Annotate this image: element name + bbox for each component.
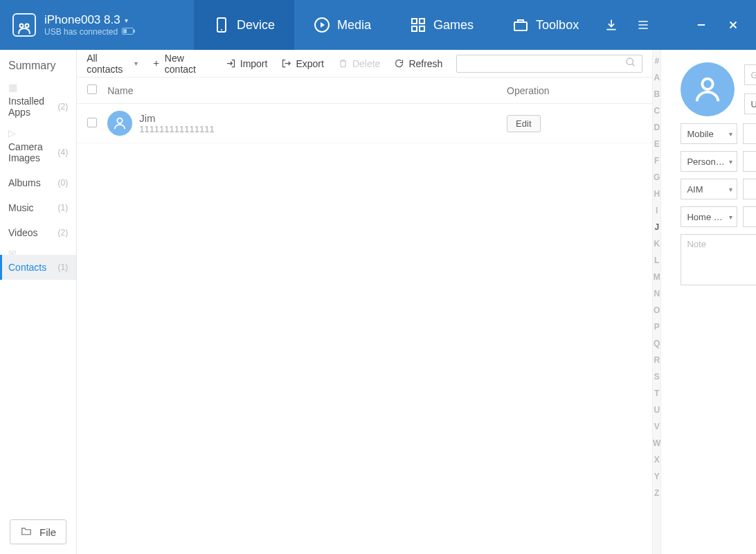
alpha-letter[interactable]: Z <box>653 485 660 501</box>
sidebar-item-music[interactable]: Music(1) <box>0 195 76 220</box>
alpha-letter[interactable]: S <box>653 368 660 385</box>
phone-type-select[interactable]: Mobile▾ <box>681 123 737 144</box>
sidebar-item-contacts[interactable]: Contacts(1) <box>0 255 76 280</box>
search-icon[interactable] <box>625 57 636 70</box>
refresh-button[interactable]: Refresh <box>394 58 442 69</box>
sidebar-summary-label: Summary <box>8 60 55 72</box>
group-select[interactable]: Ungrouped▾ <box>744 93 756 114</box>
alpha-letter[interactable]: G <box>653 169 660 186</box>
alpha-letter[interactable]: F <box>653 152 660 169</box>
tool-label: Delete <box>352 58 380 69</box>
sidebar-item-videos[interactable]: Videos(2) <box>0 220 76 245</box>
address-input[interactable] <box>743 206 756 227</box>
sidebar-item-label: Installed Apps <box>8 96 58 118</box>
alpha-letter[interactable]: Y <box>653 468 660 485</box>
sidebar-item-label: Videos <box>8 227 38 238</box>
app-logo-icon <box>12 13 36 37</box>
nav-media[interactable]: Media <box>294 0 390 50</box>
alpha-letter[interactable]: A <box>653 69 660 86</box>
select-value: Mobile <box>687 129 713 139</box>
select-value: Person… <box>687 157 724 167</box>
nav-media-label: Media <box>337 18 371 33</box>
alpha-letter[interactable]: N <box>653 285 660 302</box>
alpha-letter[interactable]: # <box>653 53 660 69</box>
im-input[interactable] <box>743 179 756 199</box>
alpha-letter[interactable]: O <box>653 302 660 319</box>
chevron-down-icon: ▾ <box>125 17 128 24</box>
sidebar-item-label: Music <box>8 202 34 213</box>
alpha-letter[interactable]: U <box>653 402 660 418</box>
alpha-letter[interactable]: R <box>653 352 660 368</box>
filter-label: All contacts <box>87 53 129 75</box>
download-icon[interactable] <box>602 16 620 34</box>
device-name-dropdown[interactable]: iPhone003 8.3 ▾ <box>44 13 136 27</box>
nav-toolbox-label: Toolbox <box>536 18 579 33</box>
sidebar-count: (2) <box>58 102 69 111</box>
address-type-select[interactable]: Home …▾ <box>681 206 737 227</box>
table-header: Name Operation <box>77 78 652 104</box>
select-all-checkbox[interactable] <box>87 84 97 94</box>
table-row[interactable]: Jim 111111111111111 Edit <box>77 104 652 143</box>
toolbox-icon <box>512 17 529 33</box>
nav-games[interactable]: Games <box>390 0 493 50</box>
svg-point-1 <box>26 24 29 28</box>
alpha-letter[interactable]: V <box>653 418 660 435</box>
alpha-letter[interactable]: T <box>653 385 660 402</box>
svg-rect-8 <box>412 19 417 24</box>
filter-all-contacts[interactable]: All contacts▾ <box>87 53 137 75</box>
file-button-label: File <box>39 526 56 538</box>
alpha-letter[interactable]: K <box>653 235 660 252</box>
nav-toolbox[interactable]: Toolbox <box>493 0 598 50</box>
alpha-letter[interactable]: H <box>653 186 660 202</box>
export-button[interactable]: Export <box>281 58 323 69</box>
nav-device[interactable]: Device <box>194 0 294 50</box>
alpha-index: #ABCDEFGHIJKLMNOPQRSTUVWXYZ <box>653 50 661 554</box>
svg-rect-12 <box>514 22 527 30</box>
note-input[interactable] <box>681 234 756 285</box>
alpha-letter[interactable]: M <box>653 269 660 285</box>
topbar: iPhone003 8.3 ▾ USB has connected Device… <box>0 0 756 50</box>
select-value: AIM <box>687 184 703 195</box>
phone-input[interactable] <box>743 123 756 144</box>
sidebar-item-apps[interactable]: Installed Apps(2) <box>0 89 76 125</box>
row-checkbox[interactable] <box>87 118 97 127</box>
tool-label: New contact <box>165 53 212 75</box>
play-small-icon: ▷ <box>0 125 76 134</box>
sidebar-count: (1) <box>58 262 69 272</box>
alpha-letter[interactable]: J <box>653 219 660 235</box>
alpha-letter[interactable]: P <box>653 319 660 335</box>
alpha-letter[interactable]: C <box>653 102 660 119</box>
grid-icon <box>410 17 426 33</box>
menu-icon[interactable] <box>634 16 652 34</box>
sidebar: Summary ▦ Installed Apps(2) ▷ Camera Ima… <box>0 50 77 554</box>
sidebar-summary[interactable]: Summary <box>0 50 76 79</box>
sidebar-item-camera[interactable]: Camera Images(4) <box>0 134 76 170</box>
alpha-letter[interactable]: X <box>653 452 660 468</box>
given-name-input[interactable] <box>744 64 756 85</box>
im-type-select[interactable]: AIM▾ <box>681 179 737 199</box>
email-type-select[interactable]: Person…▾ <box>681 151 737 172</box>
sidebar-item-albums[interactable]: Albums(0) <box>0 170 76 195</box>
alpha-letter[interactable]: D <box>653 119 660 136</box>
device-status: USB has connected <box>44 27 118 37</box>
alpha-letter[interactable]: Q <box>653 335 660 352</box>
file-button[interactable]: File <box>10 519 66 544</box>
alpha-letter[interactable]: L <box>653 252 660 269</box>
alpha-letter[interactable]: W <box>653 435 660 452</box>
import-button[interactable]: Import <box>226 58 268 69</box>
email-input[interactable] <box>743 151 756 172</box>
alpha-letter[interactable]: I <box>653 202 660 219</box>
new-contact-button[interactable]: New contact <box>152 53 212 75</box>
contact-avatar-large-icon[interactable] <box>681 62 735 116</box>
topbar-right <box>602 0 756 50</box>
search-box[interactable] <box>456 55 642 73</box>
alpha-letter[interactable]: E <box>653 136 660 152</box>
sidebar-item-label: Contacts <box>8 262 46 273</box>
minimize-icon[interactable] <box>692 16 710 34</box>
alpha-letter[interactable]: B <box>653 86 660 102</box>
close-icon[interactable] <box>724 16 742 34</box>
sidebar-count: (4) <box>58 148 69 157</box>
group-value: Ungrouped <box>750 99 756 109</box>
edit-button[interactable]: Edit <box>507 115 540 132</box>
search-input[interactable] <box>462 57 625 69</box>
